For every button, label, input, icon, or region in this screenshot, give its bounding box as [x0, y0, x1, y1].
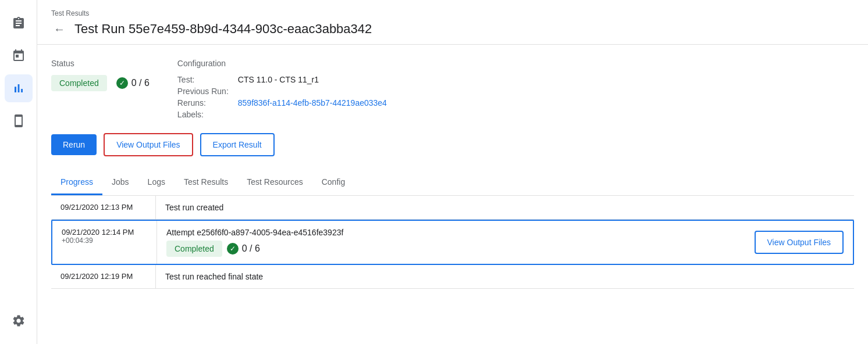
chart-icon — [12, 81, 26, 95]
sidebar-bottom — [5, 307, 33, 335]
sidebar-item-device[interactable] — [5, 107, 33, 135]
buttons-row: Rerun View Output Files Export Result — [51, 133, 854, 156]
progress-row-1: 09/21/2020 12:13 PM Test run created — [51, 196, 854, 220]
progress-list: 09/21/2020 12:13 PM Test run created 09/… — [51, 196, 854, 289]
tabs: Progress Jobs Logs Test Results Test Res… — [51, 170, 854, 196]
desc-text-2: Attempt e256f6f0-a897-4005-94ea-e4516fe3… — [166, 228, 343, 237]
sidebar-item-calendar[interactable] — [5, 42, 33, 70]
desc-1: Test run created — [156, 196, 854, 219]
sidebar — [0, 0, 37, 344]
tab-jobs[interactable]: Jobs — [102, 170, 138, 195]
timestamp-2: 09/21/2020 12:14 PM +00:04:39 — [52, 221, 157, 264]
desc-badges-2: Completed ✓ 0 / 6 — [166, 241, 260, 257]
desc-text-1: Test run created — [165, 203, 223, 212]
tab-logs[interactable]: Logs — [138, 170, 175, 195]
rerun-button[interactable]: Rerun — [51, 134, 97, 155]
labels-label: Labels: — [177, 110, 229, 119]
config-grid: Test: CTS 11.0 - CTS 11_r1 Previous Run:… — [177, 75, 387, 119]
view-output-files-button[interactable]: View Output Files — [104, 133, 193, 156]
status-config-row: Status Completed ✓ 0 / 6 Configuration T… — [51, 59, 854, 119]
labels-value — [238, 110, 387, 119]
tab-test-results[interactable]: Test Results — [175, 170, 237, 195]
check-icon: ✓ — [116, 77, 128, 89]
score-row: ✓ 0 / 6 — [116, 77, 150, 89]
sidebar-item-settings[interactable] — [5, 307, 33, 335]
status-badge: Completed — [51, 75, 107, 91]
attempt-check-icon: ✓ — [227, 243, 239, 255]
page-title-row: ← Test Run 55e7e459-8b9d-4344-903c-eaac3… — [51, 21, 854, 37]
progress-row-3: 09/21/2020 12:19 PM Test run reached fin… — [51, 265, 854, 289]
main-content: Test Results ← Test Run 55e7e459-8b9d-43… — [37, 0, 868, 344]
status-row: Completed ✓ 0 / 6 — [51, 75, 150, 91]
previous-run-label: Previous Run: — [177, 87, 229, 96]
breadcrumb: Test Results — [51, 9, 854, 17]
progress-actions-2: View Output Files — [745, 221, 853, 264]
sidebar-item-clipboard[interactable] — [5, 9, 33, 37]
previous-run-value — [238, 87, 387, 96]
desc-2: Attempt e256f6f0-a897-4005-94ea-e4516fe3… — [157, 221, 745, 264]
config-section: Configuration Test: CTS 11.0 - CTS 11_r1… — [177, 59, 387, 119]
config-label: Configuration — [177, 59, 387, 68]
timestamp-3: 09/21/2020 12:19 PM — [51, 265, 156, 288]
score-value: 0 / 6 — [131, 78, 150, 88]
attempt-score-row: ✓ 0 / 6 — [227, 243, 260, 255]
reruns-label: Reruns: — [177, 98, 229, 107]
test-label: Test: — [177, 75, 229, 84]
back-button[interactable]: ← — [51, 21, 67, 37]
attempt-score: 0 / 6 — [242, 243, 260, 254]
attempt-status-badge: Completed — [166, 241, 222, 257]
tab-progress[interactable]: Progress — [51, 170, 102, 195]
clipboard-icon — [12, 16, 26, 30]
progress-row-2: 09/21/2020 12:14 PM +00:04:39 Attempt e2… — [51, 220, 854, 265]
tab-config[interactable]: Config — [312, 170, 354, 195]
desc-text-3: Test run reached final state — [165, 272, 263, 281]
page-title: Test Run 55e7e459-8b9d-4344-903c-eaac3ab… — [74, 21, 372, 37]
row-view-output-button[interactable]: View Output Files — [755, 231, 844, 254]
calendar-icon — [12, 49, 26, 63]
timestamp-main-1: 09/21/2020 12:13 PM — [61, 203, 146, 212]
timestamp-main-3: 09/21/2020 12:19 PM — [61, 272, 146, 281]
timestamp-main-2: 09/21/2020 12:14 PM — [62, 228, 147, 236]
header: Test Results ← Test Run 55e7e459-8b9d-43… — [37, 0, 868, 45]
sidebar-item-chart[interactable] — [5, 74, 33, 102]
timestamp-1: 09/21/2020 12:13 PM — [51, 196, 156, 219]
tab-test-resources[interactable]: Test Resources — [237, 170, 312, 195]
export-result-button[interactable]: Export Result — [200, 133, 275, 156]
content-area: Status Completed ✓ 0 / 6 Configuration T… — [37, 45, 868, 344]
test-value: CTS 11.0 - CTS 11_r1 — [238, 75, 387, 84]
status-section: Status Completed ✓ 0 / 6 — [51, 59, 150, 119]
status-label: Status — [51, 59, 150, 68]
desc-3: Test run reached final state — [156, 265, 854, 288]
device-icon — [12, 114, 26, 128]
settings-icon — [12, 314, 26, 328]
reruns-link[interactable]: 859f836f-a114-4efb-85b7-44219ae033e4 — [238, 98, 387, 107]
timestamp-duration-2: +00:04:39 — [62, 236, 147, 245]
